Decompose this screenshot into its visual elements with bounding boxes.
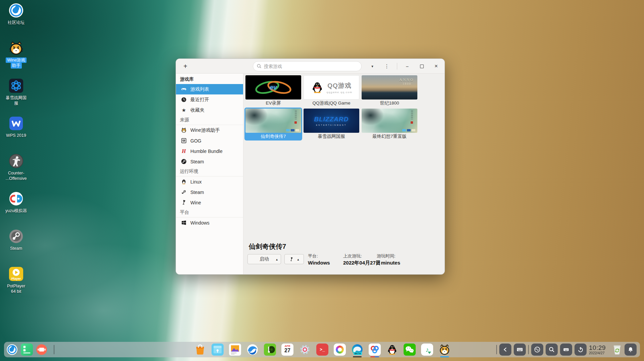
input-method-button[interactable] [560, 344, 572, 356]
baidu-netdisk-icon[interactable] [369, 344, 381, 356]
titlebar[interactable]: + ▾ ⋮ − × [176, 59, 445, 74]
desktop-icon-wps-2019[interactable]: WPS 2019 [2, 116, 31, 153]
steam-icon [8, 229, 24, 244]
sidebar-item-wine-runtime[interactable]: Wine [176, 197, 243, 208]
game-card-anno1800[interactable]: ANNO 1800 世纪1800 [361, 74, 418, 107]
sidebar-section-library: 游戏库 [176, 74, 243, 84]
terminal-prompt-glyph: >_ [320, 347, 325, 352]
gog-icon [181, 138, 187, 144]
game-card-ev[interactable]: ev EV录屏 [244, 74, 302, 107]
sidebar-item-steam-runtime[interactable]: Steam [176, 187, 243, 197]
potplayer-badge: Player [8, 277, 24, 280]
desktop-icon-battlenet-cn[interactable]: 暴雪战网国 服 [2, 78, 31, 116]
tray-collapse-button[interactable] [499, 344, 511, 356]
launch-button[interactable]: 启动 ▴ [247, 254, 281, 264]
multitasking-view-icon[interactable] [21, 344, 33, 356]
game-caption: 仙剑奇侠传7 [245, 133, 301, 139]
playtime-info: 游玩时间: 2 minutes [377, 253, 400, 266]
sidebar-item-gog[interactable]: GOG [176, 135, 243, 146]
game-thumbnail: QQ游戏 qqgame.qq.com [304, 75, 359, 99]
game-card-pal7-selected[interactable]: 仙剑奇侠传7 [244, 108, 302, 141]
keyboard-icon [516, 346, 523, 353]
sidebar-item-game-list[interactable]: 游戏列表 [176, 84, 243, 94]
wechat-icon[interactable] [404, 344, 416, 356]
sidebar-item-windows[interactable]: Windows [176, 217, 243, 228]
keyboard-filled-icon [562, 346, 570, 353]
sidebar-item-label: 最近打开 [190, 97, 209, 103]
star-icon: ★ [181, 107, 187, 113]
grand-search-button[interactable] [546, 344, 558, 356]
maximize-button[interactable] [417, 62, 426, 71]
trash-icon[interactable] [612, 344, 622, 355]
system-monitor-button[interactable] [531, 344, 543, 356]
shutdown-button[interactable] [574, 344, 587, 356]
selected-game-title: 仙剑奇侠传7 [249, 242, 286, 251]
minimize-button[interactable]: − [403, 62, 412, 71]
game-card-blizzard[interactable]: BLIZZARD ENTERTAINMENT 暴雪战网国服 [303, 108, 360, 141]
desktop-icon-community-forum[interactable]: 社区论坛 [2, 3, 31, 40]
sidebar: 游戏库 游戏列表 最近打开 ★ 收藏夹 来源 Wine游戏助手 [176, 74, 243, 274]
music-downloader-icon[interactable]: ♪ [421, 344, 433, 356]
dock-separator [496, 345, 497, 354]
app-store-icon[interactable] [194, 344, 206, 356]
clock-icon [181, 97, 187, 103]
calendar-icon[interactable]: APR 27 [281, 344, 293, 356]
game-caption: QQ游戏|QQ Game [304, 100, 359, 106]
file-manager-icon[interactable] [212, 344, 224, 356]
chevron-up-icon: ▴ [297, 257, 299, 261]
game-card-qqgame[interactable]: QQ游戏 qqgame.qq.com QQ游戏|QQ Game [303, 74, 360, 107]
wine-game-helper-icon[interactable] [439, 344, 451, 356]
runner-selector-button[interactable]: ▴ [284, 254, 304, 264]
qq-icon[interactable] [386, 344, 398, 356]
control-center-icon[interactable] [299, 344, 311, 356]
chevron-left-icon [502, 346, 509, 353]
browser-icon[interactable] [246, 344, 259, 356]
sidebar-item-linux[interactable]: Linux [176, 176, 243, 187]
game-thumbnail: ANNO 1800 [362, 75, 417, 99]
menu-kebab-icon[interactable]: ⋮ [382, 62, 391, 71]
battlenet-icon [8, 78, 24, 93]
grid-view-toggle[interactable] [354, 62, 362, 71]
screen-recorder-icon[interactable] [36, 344, 48, 356]
sidebar-item-recent[interactable]: 最近打开 [176, 94, 243, 105]
sidebar-item-humble[interactable]: H Humble Bundle [176, 146, 243, 156]
search-icon [257, 64, 262, 69]
game-thumbnail [245, 109, 301, 133]
desktop-icon-column: 社区论坛 Wine游戏 助手 暴雪战网国 服 WPS 2019 Counter- [2, 3, 31, 304]
desktop-icon-potplayer[interactable]: Player PotPlayer 64 bit [2, 266, 31, 304]
close-button[interactable]: × [432, 62, 441, 71]
sidebar-item-favorites[interactable]: ★ 收藏夹 [176, 105, 243, 115]
game-caption: 暴雪战网国服 [304, 133, 359, 139]
sidebar-item-label: Steam [190, 190, 204, 195]
launcher-icon[interactable] [6, 344, 18, 356]
image-viewer-icon[interactable] [229, 344, 241, 356]
onscreen-keyboard-button[interactable] [514, 344, 526, 356]
sidebar-item-steam-source[interactable]: Steam [176, 156, 243, 167]
game-card-ff7r[interactable]: 最终幻想7重置版 [361, 108, 418, 141]
steam-icon [181, 159, 187, 164]
dock: APR 27 >_ BETA ♪ [4, 342, 640, 357]
music-player-icon[interactable] [264, 344, 276, 356]
desktop-icon-yuzu[interactable]: yuzu模拟器 [2, 191, 31, 229]
add-game-button[interactable]: + [181, 62, 190, 71]
desktop-icon-steam[interactable]: Steam [2, 229, 31, 266]
sidebar-section-sources: 来源 [176, 115, 243, 125]
desktop-icon-counter-offensive[interactable]: Counter- ...Offensive [2, 153, 31, 191]
search-input[interactable] [253, 61, 362, 71]
game-caption: EV录屏 [245, 100, 301, 106]
desktop-icon-wine-game-helper[interactable]: Wine游戏 助手 [2, 40, 31, 78]
chevron-down-icon[interactable]: ▾ [368, 62, 377, 71]
windows-icon [181, 220, 187, 226]
sidebar-item-wine-helper[interactable]: Wine游戏助手 [176, 125, 243, 135]
edge-browser-icon[interactable]: BETA [351, 344, 363, 356]
gamepad-icon [181, 86, 187, 92]
titlebar-separator [397, 63, 397, 70]
datetime-display[interactable]: 10:29 2022/4/27 [589, 345, 610, 355]
sidebar-item-label: GOG [190, 138, 201, 144]
draw-app-icon[interactable] [334, 344, 346, 356]
game-thumbnail: ev [245, 75, 301, 99]
sidebar-item-label: Wine游戏助手 [190, 127, 220, 133]
terminal-icon[interactable]: >_ [316, 344, 328, 356]
notification-center-button[interactable] [625, 344, 637, 356]
edge-beta-badge: BETA [354, 352, 362, 355]
